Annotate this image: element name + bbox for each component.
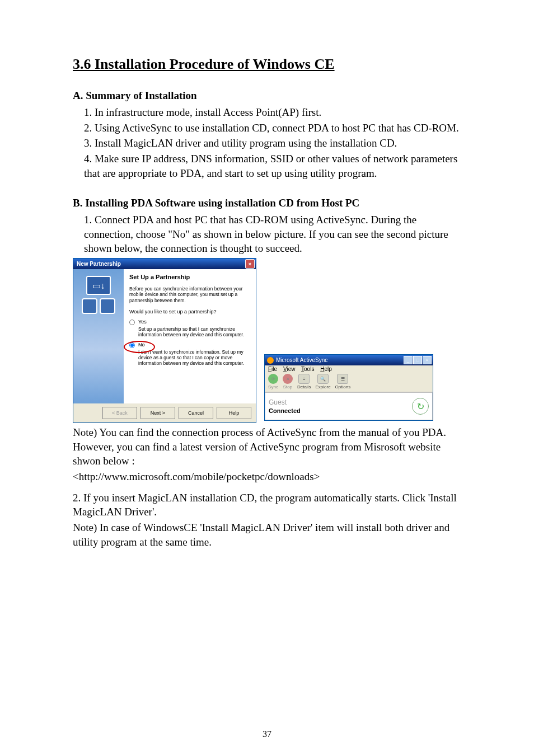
- radio-yes[interactable]: [129, 320, 135, 325]
- section-b-step1: 1. Connect PDA and host PC that has CD-R…: [84, 213, 461, 256]
- arrow-icon: [82, 298, 97, 314]
- stop-icon: ✕: [283, 374, 293, 384]
- menu-tools[interactable]: Tools: [301, 366, 314, 372]
- page-number: 37: [0, 729, 534, 739]
- status-connected: Connected: [269, 407, 301, 414]
- explore-icon: 🔍: [317, 374, 329, 384]
- section-b-url: <http://www.microsoft.com/mobile/pocketp…: [73, 469, 461, 484]
- toolbar-stop[interactable]: ✕ Stop: [283, 374, 293, 389]
- connected-icon: ↻: [412, 398, 429, 415]
- section-a-line: 1. In infrastructure mode, install Acces…: [84, 105, 461, 120]
- menu-file[interactable]: File: [268, 366, 277, 372]
- option-no[interactable]: No: [129, 342, 250, 348]
- document-page: 3.6 Installation Procedure of Windows CE…: [0, 0, 534, 756]
- section-a-line: 4. Make sure IP address, DNS information…: [84, 152, 461, 180]
- help-button[interactable]: Help: [217, 407, 251, 419]
- toolbar-explore[interactable]: 🔍 Explore: [315, 374, 330, 389]
- section-b-heading: B. Installing PDA Software using install…: [73, 197, 461, 209]
- section-a-line: 3. Install MagicLAN driver and utility p…: [84, 136, 461, 151]
- next-button[interactable]: Next >: [140, 407, 175, 419]
- option-yes-desc: Set up a partnership so that I can synch…: [138, 326, 250, 337]
- option-yes[interactable]: Yes: [129, 319, 250, 325]
- activesync-icon: [267, 357, 274, 364]
- section-b-note2: Note) In case of WindowsCE 'Install Magi…: [73, 520, 461, 549]
- section-b-step2: 2. If you insert MagicLAN installation C…: [73, 491, 461, 519]
- options-icon: ☰: [337, 374, 348, 384]
- toolbar-options[interactable]: ☰ Options: [335, 374, 351, 389]
- toolbar-options-label: Options: [335, 384, 351, 389]
- toolbar-sync[interactable]: ⟳ Sync: [268, 374, 278, 389]
- section-a-heading: A. Summary of Installation: [73, 90, 461, 102]
- dialog-sidebar-art: ▭↓: [73, 269, 124, 403]
- toolbar-details[interactable]: ≡ Details: [297, 374, 311, 389]
- close-icon[interactable]: ×: [245, 259, 255, 269]
- back-button: < Back: [102, 407, 137, 419]
- activesync-titlebar: Microsoft ActiveSync _ □ ×: [265, 355, 433, 365]
- radio-no[interactable]: [129, 342, 135, 348]
- dialog-heading: Set Up a Partnership: [129, 274, 250, 280]
- maximize-icon[interactable]: □: [413, 356, 422, 364]
- dialog-intro: Before you can synchronize information b…: [129, 286, 250, 303]
- sync-icon: ⟳: [268, 374, 278, 384]
- minimize-icon[interactable]: _: [404, 356, 413, 364]
- status-guest: Guest: [269, 398, 301, 406]
- menu-help[interactable]: Help: [320, 366, 332, 372]
- activesync-toolbar: ⟳ Sync ✕ Stop ≡ Details 🔍 Explore ☰ O: [265, 373, 433, 392]
- toolbar-explore-label: Explore: [315, 384, 330, 389]
- close-icon[interactable]: ×: [423, 356, 432, 364]
- option-no-desc: I don't want to synchronize information.…: [138, 349, 250, 366]
- cancel-button[interactable]: Cancel: [179, 407, 213, 419]
- activesync-window: Microsoft ActiveSync _ □ × File View Too…: [264, 354, 433, 421]
- dialog-title: New Partnership: [77, 261, 121, 267]
- pda-icon: [100, 298, 115, 314]
- toolbar-sync-label: Sync: [268, 384, 278, 389]
- device-icon: ▭↓: [86, 276, 111, 295]
- dialog-buttons: < Back Next > Cancel Help: [73, 403, 256, 422]
- dialog-question: Would you like to set up a partnership?: [129, 309, 250, 314]
- toolbar-details-label: Details: [297, 384, 311, 389]
- activesync-status: Guest Connected ↻: [265, 392, 433, 420]
- screenshots-row: New Partnership × ▭↓ Set Up a Partnershi…: [73, 258, 461, 423]
- option-yes-label: Yes: [138, 319, 147, 325]
- details-icon: ≡: [298, 374, 310, 384]
- new-partnership-dialog: New Partnership × ▭↓ Set Up a Partnershi…: [73, 258, 256, 423]
- section-b-note1: Note) You can find the connection proces…: [73, 425, 461, 468]
- option-no-label: No: [138, 342, 145, 348]
- dialog-titlebar: New Partnership ×: [73, 259, 256, 269]
- activesync-title: Microsoft ActiveSync: [276, 357, 327, 363]
- section-a-line: 2. Using ActiveSync to use installation …: [84, 121, 461, 135]
- menu-view[interactable]: View: [283, 366, 296, 372]
- toolbar-stop-label: Stop: [283, 384, 292, 389]
- activesync-menu: File View Tools Help: [265, 365, 433, 373]
- page-title: 3.6 Installation Procedure of Windows CE: [73, 56, 461, 73]
